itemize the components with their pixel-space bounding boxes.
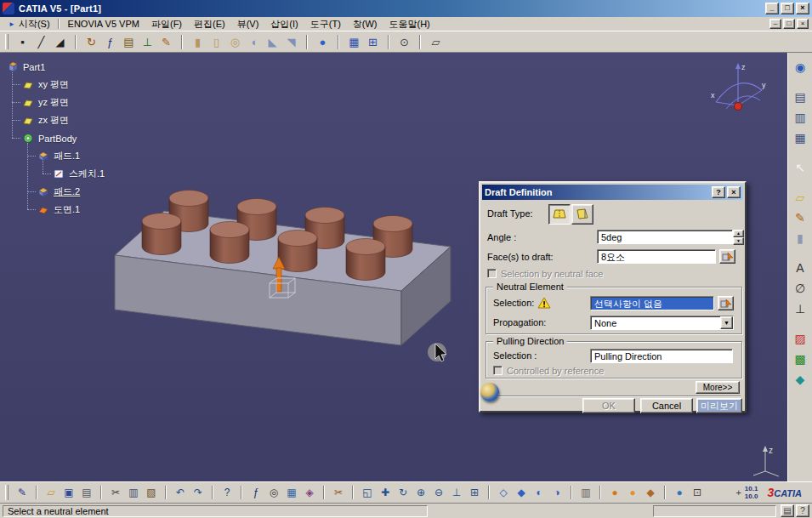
maximize-button[interactable]: □ xyxy=(781,3,794,14)
close-button[interactable]: × xyxy=(796,3,809,14)
zoom-in-icon[interactable]: ⊕ xyxy=(412,484,429,501)
dialog-help-button[interactable]: ? xyxy=(712,186,725,198)
multi-view-icon[interactable]: ⊞ xyxy=(466,484,483,501)
cancel-button[interactable]: Cancel xyxy=(640,398,693,413)
window-view-icon[interactable]: ▥ xyxy=(791,108,809,127)
grid-icon[interactable]: ▦ xyxy=(345,33,363,51)
material-red-icon[interactable]: ▨ xyxy=(791,329,809,348)
rotate-icon[interactable]: ↻ xyxy=(395,484,412,501)
catalog-icon[interactable]: ▤ xyxy=(120,33,138,51)
selection-by-neutral-face-checkbox[interactable] xyxy=(487,269,497,278)
menu-edit[interactable]: 편집(E) xyxy=(188,18,231,31)
stopwatch-icon[interactable]: ● xyxy=(606,484,623,501)
propagation-dropdown[interactable]: None xyxy=(590,316,734,330)
plane-icon[interactable]: ▱ xyxy=(791,188,809,207)
spin-down-icon[interactable]: ▼ xyxy=(733,237,744,245)
grid-table-icon[interactable]: ▦ xyxy=(283,484,300,501)
menu-enovia[interactable]: ENOVIA V5 VPM xyxy=(62,18,145,31)
pointer-tool-icon[interactable]: ▪ xyxy=(14,33,31,51)
faces-to-draft-field[interactable]: 8요소 xyxy=(597,249,716,264)
copy-icon[interactable]: ▥ xyxy=(125,484,142,501)
controlled-by-reference-checkbox[interactable] xyxy=(493,366,503,375)
zoom-out-icon[interactable]: ⊖ xyxy=(430,484,447,501)
frame-box-icon[interactable]: ⊡ xyxy=(689,484,706,501)
print-icon[interactable]: ▤ xyxy=(78,484,95,501)
neutral-selection-field[interactable]: 선택사항이 없음 xyxy=(590,296,714,310)
pocket-icon[interactable]: ▯ xyxy=(207,33,225,51)
cut-icon[interactable]: ✂ xyxy=(107,484,124,501)
menu-window[interactable]: 창(W) xyxy=(347,18,383,31)
paste-icon[interactable]: ▧ xyxy=(143,484,160,501)
status-help-icon[interactable]: ? xyxy=(796,504,809,517)
shaft-icon[interactable]: ◎ xyxy=(226,33,244,51)
printer-icon[interactable]: ▥ xyxy=(577,484,594,501)
propagation-dropdown-arrow-icon[interactable]: ▼ xyxy=(720,316,733,329)
macro-icon[interactable]: ◈ xyxy=(301,484,318,501)
menu-view[interactable]: 뷰(V) xyxy=(231,18,265,31)
timer-icon[interactable]: ● xyxy=(624,484,641,501)
dialog-title-bar[interactable]: Draft Definition ? × xyxy=(482,185,743,200)
menu-help[interactable]: 도움말(H) xyxy=(383,18,436,31)
doc-restore-button[interactable]: □ xyxy=(783,19,795,29)
doc-minimize-button[interactable]: – xyxy=(769,19,781,29)
angle-field[interactable]: 5deg xyxy=(597,230,733,244)
update-icon[interactable]: ↻ xyxy=(82,33,100,51)
frame-view-icon[interactable]: ▤ xyxy=(791,88,809,106)
measure-icon[interactable]: ∅ xyxy=(791,279,809,298)
spin-up-icon[interactable]: ▲ xyxy=(733,230,744,237)
menu-insert[interactable]: 삽입(I) xyxy=(264,18,304,31)
status-doc-icon[interactable]: ▤ xyxy=(781,504,794,517)
minimize-button[interactable]: _ xyxy=(765,3,779,14)
draft-angle-icon[interactable]: ◥ xyxy=(282,33,300,51)
sketcher-icon[interactable]: ✎ xyxy=(157,33,175,51)
fit-all-icon[interactable]: ◱ xyxy=(359,484,376,501)
save-icon[interactable]: ▣ xyxy=(60,484,77,501)
material-green-icon[interactable]: ▩ xyxy=(791,350,809,368)
draft-type-variable-button[interactable] xyxy=(571,204,593,225)
pan-icon[interactable]: ✚ xyxy=(377,484,394,501)
neutral-select-button[interactable] xyxy=(718,296,734,310)
doc-close-button[interactable]: × xyxy=(797,19,809,29)
formula-icon[interactable]: ƒ xyxy=(247,484,264,501)
constraints-icon[interactable]: ⊥ xyxy=(139,33,156,51)
toolbar-grip[interactable] xyxy=(5,485,9,500)
line-tool-icon[interactable]: ╱ xyxy=(32,33,50,51)
wireframe-icon[interactable]: ◇ xyxy=(495,484,512,501)
text-abc-icon[interactable]: A xyxy=(791,259,809,277)
swap-visible-icon[interactable]: ◑ xyxy=(548,484,565,501)
binoculars-icon[interactable]: ◎ xyxy=(265,484,282,501)
draft-type-constant-button[interactable] xyxy=(548,204,571,225)
hide-show-icon[interactable]: ◐ xyxy=(531,484,548,501)
select-arrow-icon[interactable]: ↖ xyxy=(791,158,809,177)
preview-button[interactable]: 미리보기 xyxy=(696,398,742,413)
dialog-close-button[interactable]: × xyxy=(727,186,741,198)
menu-start[interactable]: ► 시작(S) xyxy=(3,18,55,31)
magnifier-icon[interactable]: ⊙ xyxy=(395,33,413,51)
3d-compass[interactable]: z y x xyxy=(706,60,769,117)
more-button[interactable]: More>> xyxy=(696,381,740,394)
earth-icon[interactable]: ● xyxy=(671,484,688,501)
undo-icon[interactable]: ↶ xyxy=(172,484,189,501)
ok-button[interactable]: OK xyxy=(582,398,635,413)
sketch-icon[interactable]: ✎ xyxy=(791,208,809,227)
pad-icon[interactable]: ▮ xyxy=(189,33,207,51)
title-bar[interactable]: CATIA V5 - [Part1] _□× xyxy=(0,0,812,17)
pad-icon[interactable]: ▮ xyxy=(791,229,809,248)
material-jug-icon[interactable]: ◆ xyxy=(642,484,659,501)
plane-tool-icon[interactable]: ◢ xyxy=(51,33,69,51)
layout-view-icon[interactable]: ▦ xyxy=(791,128,809,147)
redo-icon[interactable]: ↷ xyxy=(190,484,207,501)
faces-select-button[interactable] xyxy=(719,249,735,264)
menu-tools[interactable]: 도구(T) xyxy=(304,18,347,31)
help-pointer-icon[interactable]: ? xyxy=(219,484,236,501)
chamfer-icon[interactable]: ◣ xyxy=(264,33,281,51)
catalog-cyan-icon[interactable]: ◆ xyxy=(791,370,809,389)
fillet-icon[interactable]: ◖ xyxy=(245,33,263,51)
menu-file[interactable]: 파일(F) xyxy=(145,18,188,31)
open-icon[interactable]: ▱ xyxy=(43,484,60,501)
drafting-icon[interactable]: ▱ xyxy=(427,33,445,51)
normal-view-icon[interactable]: ⊥ xyxy=(448,484,465,501)
workbench-icon[interactable]: ◉ xyxy=(791,58,809,77)
command-input[interactable] xyxy=(653,505,776,517)
axis-icon[interactable]: ⊥ xyxy=(791,299,809,318)
